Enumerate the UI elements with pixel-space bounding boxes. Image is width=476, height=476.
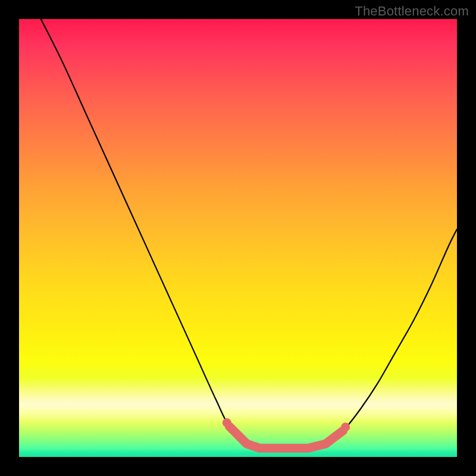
bottleneck-curve <box>41 19 457 449</box>
highlight-end-dot <box>223 418 231 427</box>
curve-layer <box>19 19 457 457</box>
watermark-text: TheBottleneck.com <box>355 4 469 19</box>
highlight-markers <box>223 418 350 448</box>
chart-frame: TheBottleneck.com <box>0 0 476 476</box>
highlight-band-path <box>229 427 343 449</box>
plot-area <box>19 19 457 457</box>
highlight-end-dot <box>341 422 350 431</box>
